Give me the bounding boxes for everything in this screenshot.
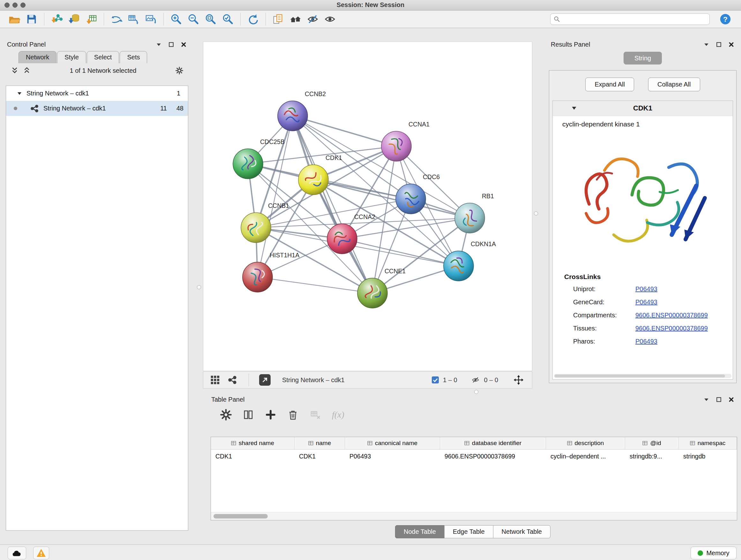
show-columns-icon[interactable] xyxy=(243,409,254,421)
column-header[interactable]: database identifier xyxy=(440,437,546,449)
collapse-panel-icon[interactable] xyxy=(155,41,162,48)
network-row-selected[interactable]: String Network – cdk1 11 48 xyxy=(6,101,188,116)
network-canvas[interactable]: CCNB2CCNA1CDC25BCDK1CDC6RB1CCNB1CCNA2CDK… xyxy=(203,42,532,371)
network-node-CCNA1[interactable] xyxy=(381,131,411,161)
tab-network[interactable]: Network xyxy=(18,51,57,63)
grid-view-button[interactable] xyxy=(210,375,220,385)
warnings-button[interactable] xyxy=(33,547,49,559)
memory-button[interactable]: Memory xyxy=(690,547,737,559)
network-edge[interactable] xyxy=(256,116,293,228)
home-button[interactable] xyxy=(287,12,304,26)
help-button[interactable]: ? xyxy=(717,12,734,26)
column-header[interactable]: name xyxy=(294,437,345,449)
pan-tool-button[interactable] xyxy=(514,375,524,385)
gene-collapse-caret-icon[interactable] xyxy=(571,105,577,111)
network-from-table-button[interactable] xyxy=(125,12,142,26)
collapse-panel-icon[interactable] xyxy=(703,396,710,403)
show-all-button[interactable] xyxy=(321,12,339,26)
crosslink-value-link[interactable]: P06493 xyxy=(635,286,657,293)
network-edge[interactable] xyxy=(258,277,373,293)
scrollbar-thumb[interactable] xyxy=(213,514,268,518)
network-node-CCNA2[interactable] xyxy=(327,224,357,254)
expand-all-chevrons-icon[interactable] xyxy=(11,67,18,74)
collapse-all-button[interactable]: Collapse All xyxy=(648,78,700,91)
crosslink-value-link[interactable]: 9606.ENSP00000378699 xyxy=(635,325,708,332)
hide-selected-button[interactable] xyxy=(304,12,321,26)
tab-node-table[interactable]: Node Table xyxy=(395,525,445,538)
add-column-icon[interactable] xyxy=(265,409,276,421)
network-node-CDK1[interactable] xyxy=(298,165,328,195)
close-panel-icon[interactable] xyxy=(180,41,187,48)
network-node-CDKN1A[interactable] xyxy=(444,251,474,281)
import-network-button[interactable] xyxy=(48,12,65,26)
close-panel-icon[interactable] xyxy=(728,396,735,403)
column-header[interactable]: @id xyxy=(625,437,679,449)
column-header[interactable]: canonical name xyxy=(345,437,440,449)
network-node-CCNE1[interactable] xyxy=(357,278,387,308)
column-header[interactable]: shared name xyxy=(211,437,294,449)
birdseye-view-button[interactable] xyxy=(227,375,237,385)
column-header[interactable]: description xyxy=(546,437,625,449)
import-table-button[interactable] xyxy=(83,12,100,26)
expand-all-button[interactable]: Expand All xyxy=(585,78,634,91)
collapse-all-chevrons-icon[interactable] xyxy=(23,67,30,74)
splitter-handle[interactable] xyxy=(534,211,538,215)
zoom-fit-button[interactable] xyxy=(202,12,219,26)
open-in-new-window-button[interactable] xyxy=(259,374,271,386)
import-database-button[interactable] xyxy=(65,12,83,26)
float-panel-icon[interactable] xyxy=(168,41,175,48)
network-edge[interactable] xyxy=(293,116,373,293)
delete-column-icon[interactable] xyxy=(287,409,299,421)
tab-select[interactable]: Select xyxy=(87,51,119,63)
float-panel-icon[interactable] xyxy=(716,396,722,403)
table-options-gear-icon[interactable] xyxy=(220,409,232,421)
export-image-button[interactable] xyxy=(142,12,159,26)
zoom-out-button[interactable] xyxy=(185,12,202,26)
splitter-handle[interactable] xyxy=(474,390,478,394)
string-results-box: Expand All Collapse All CDK1 cyclin-depe… xyxy=(549,70,737,383)
network-graph[interactable]: CCNB2CCNA1CDC25BCDK1CDC6RB1CCNB1CCNA2CDK… xyxy=(203,42,532,371)
tab-edge-table[interactable]: Edge Table xyxy=(444,525,493,538)
network-node-CCNB1[interactable] xyxy=(241,212,271,243)
selected-checkbox-icon[interactable] xyxy=(431,376,439,384)
tree-expand-caret-icon[interactable] xyxy=(17,91,22,96)
gene-header[interactable]: CDK1 xyxy=(553,101,733,116)
network-node-RB1[interactable] xyxy=(455,203,485,233)
toolbar-search-box[interactable] xyxy=(550,13,710,25)
tab-style[interactable]: Style xyxy=(57,51,86,63)
tab-sets[interactable]: Sets xyxy=(120,51,147,63)
network-node-HIST1H1A[interactable] xyxy=(243,262,273,292)
table-horizontal-scrollbar[interactable] xyxy=(211,512,737,520)
merge-networks-button[interactable] xyxy=(108,12,125,26)
hidden-eye-slash-icon[interactable] xyxy=(471,376,480,384)
tab-network-table[interactable]: Network Table xyxy=(493,525,550,538)
import-database-icon xyxy=(68,13,80,25)
network-node-CDC6[interactable] xyxy=(396,184,426,214)
crosslink-value-link[interactable]: P06493 xyxy=(635,338,657,345)
float-panel-icon[interactable] xyxy=(716,41,722,48)
network-edge[interactable] xyxy=(293,116,396,146)
open-session-button[interactable] xyxy=(6,12,23,26)
tab-string[interactable]: String xyxy=(623,52,662,64)
cloud-status-button[interactable] xyxy=(8,547,26,559)
save-session-button[interactable] xyxy=(23,12,40,26)
collapse-panel-icon[interactable] xyxy=(703,41,710,48)
copy-document-button[interactable] xyxy=(270,12,287,26)
zoom-in-button[interactable] xyxy=(167,12,185,26)
network-collection-row[interactable]: String Network – cdk1 1 xyxy=(6,86,188,101)
refresh-button[interactable] xyxy=(245,12,262,26)
gear-icon[interactable] xyxy=(176,67,183,74)
network-edge[interactable] xyxy=(342,239,459,266)
results-horizontal-scrollbar[interactable] xyxy=(554,374,731,378)
zoom-selected-button[interactable] xyxy=(219,12,237,26)
network-node-CDC25B[interactable] xyxy=(233,149,263,179)
crosslink-value-link[interactable]: P06493 xyxy=(635,299,657,306)
network-node-CCNB2[interactable] xyxy=(278,101,308,131)
search-input[interactable] xyxy=(562,15,706,23)
crosslink-value-link[interactable]: 9606.ENSP00000378699 xyxy=(635,312,708,319)
close-panel-icon[interactable] xyxy=(728,41,735,48)
node-label-CCNE1: CCNE1 xyxy=(385,267,406,274)
table-row[interactable]: CDK1CDK1P064939606.ENSP00000378699cyclin… xyxy=(211,449,737,463)
splitter-handle[interactable] xyxy=(197,285,201,289)
column-header[interactable]: namespac xyxy=(679,437,737,449)
